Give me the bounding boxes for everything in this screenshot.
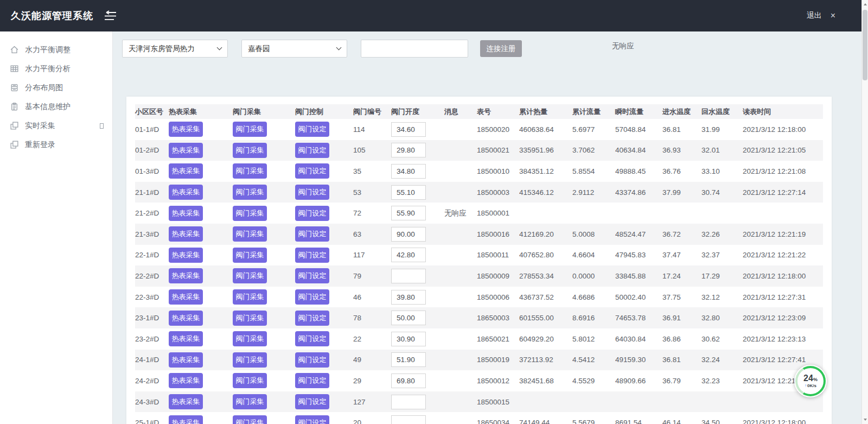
valve-set-button[interactable]: 阀门设定 (295, 143, 329, 158)
heat-collect-button[interactable]: 热表采集 (169, 248, 203, 263)
sidebar-collapse-icon[interactable] (102, 10, 118, 21)
valve-opening-input[interactable] (391, 395, 426, 409)
valve-collect-button[interactable]: 阀门采集 (233, 143, 267, 158)
up-arrow-icon: ↑ (805, 383, 807, 388)
message-cell (444, 140, 477, 161)
valve-collect-button[interactable]: 阀门采集 (233, 248, 267, 263)
valve-set-button[interactable]: 阀门设定 (295, 226, 329, 242)
sidebar-item-label: 水力平衡分析 (25, 64, 71, 74)
total-flow-cell: 5.0008 (572, 224, 615, 245)
valve-collect-button[interactable]: 阀门采集 (233, 226, 267, 242)
valve-collect-button-cell: 阀门采集 (233, 328, 295, 350)
sidebar-item-label: 实时采集 (25, 121, 55, 131)
heat-collect-button[interactable]: 热表采集 (169, 143, 203, 158)
community-select[interactable]: 嘉春园 (241, 40, 347, 58)
valve-set-button[interactable]: 阀门设定 (295, 331, 329, 346)
sidebar: 水力平衡调整 水力平衡分析 分布布局图 基本信息维护 实时采集 重新登录 (0, 31, 113, 424)
valve-set-button[interactable]: 阀门设定 (295, 311, 329, 326)
valve-set-button[interactable]: 阀门设定 (295, 122, 329, 137)
heat-collect-button[interactable]: 热表采集 (169, 331, 203, 346)
valve-opening-input[interactable] (391, 248, 426, 262)
sidebar-item-basic-info-maintenance[interactable]: 基本信息维护 (0, 97, 112, 116)
heat-collect-button[interactable]: 热表采集 (169, 352, 203, 368)
heat-collect-button[interactable]: 热表采集 (169, 122, 203, 137)
instant-flow-cell: 33845.88 (615, 265, 662, 287)
district-id-cell: 22-2#D (135, 265, 169, 287)
sidebar-item-realtime-collection[interactable]: 实时采集 (0, 116, 112, 135)
station-input[interactable] (361, 40, 468, 58)
valve-collect-button[interactable]: 阀门采集 (233, 311, 267, 326)
scrollbar-down-arrow-icon[interactable] (864, 419, 867, 421)
valve-collect-button[interactable]: 阀门采集 (233, 415, 267, 424)
valve-opening-input[interactable] (391, 122, 426, 137)
return-temp-cell: 31.99 (701, 119, 743, 140)
valve-collect-button[interactable]: 阀门采集 (233, 352, 267, 368)
scrollbar-up-arrow-icon[interactable] (864, 3, 867, 5)
sidebar-item-relogin[interactable]: 重新登录 (0, 135, 112, 154)
return-temp-cell: 32.01 (701, 140, 743, 161)
connect-register-button[interactable]: 连接注册 (480, 40, 522, 57)
inlet-temp-cell: 36.76 (662, 161, 701, 182)
valve-set-button[interactable]: 阀门设定 (295, 289, 329, 305)
valve-set-button[interactable]: 阀门设定 (295, 394, 329, 409)
valve-collect-button[interactable]: 阀门采集 (233, 163, 267, 179)
valve-opening-input[interactable] (391, 311, 426, 325)
valve-opening-input[interactable] (391, 185, 426, 200)
valve-set-button[interactable]: 阀门设定 (295, 268, 329, 283)
column-header: 累计流量 (572, 104, 615, 119)
valve-set-button-cell: 阀门设定 (295, 161, 353, 182)
main-content: 天津河东房管局热力 嘉春园 连接注册 无响应 小区区号热表采集阀门采集阀门控制阀… (113, 31, 861, 424)
valve-opening-input[interactable] (391, 332, 426, 346)
scrollbar-thumb[interactable] (863, 10, 867, 80)
heat-collect-button[interactable]: 热表采集 (169, 311, 203, 326)
heat-collect-button[interactable]: 热表采集 (169, 185, 203, 200)
instant-flow-cell (615, 202, 662, 224)
valve-opening-input[interactable] (391, 143, 426, 157)
message-cell (444, 412, 477, 424)
sidebar-item-distribution-map[interactable]: 分布布局图 (0, 78, 112, 97)
heat-collect-button[interactable]: 热表采集 (169, 289, 203, 305)
district-id-cell: 22-1#D (135, 245, 169, 266)
total-flow-cell: 4.5529 (572, 370, 615, 391)
sidebar-item-hydraulic-balance-analysis[interactable]: 水力平衡分析 (0, 59, 112, 78)
valve-set-button[interactable]: 阀门设定 (295, 206, 329, 221)
valve-collect-button[interactable]: 阀门采集 (233, 185, 267, 200)
valve-collect-button[interactable]: 阀门采集 (233, 122, 267, 137)
valve-opening-input[interactable] (391, 415, 426, 424)
valve-opening-input[interactable] (391, 352, 426, 367)
heat-collect-button[interactable]: 热表采集 (169, 394, 203, 409)
valve-opening-input[interactable] (391, 290, 426, 305)
heat-collect-button[interactable]: 热表采集 (169, 373, 203, 388)
valve-collect-button[interactable]: 阀门采集 (233, 268, 267, 283)
valve-collect-button[interactable]: 阀门采集 (233, 331, 267, 346)
company-select[interactable]: 天津河东房管局热力 (122, 40, 228, 58)
valve-collect-button[interactable]: 阀门采集 (233, 394, 267, 409)
valve-collect-button[interactable]: 阀门采集 (233, 373, 267, 388)
valve-set-button[interactable]: 阀门设定 (295, 163, 329, 179)
valve-set-button[interactable]: 阀门设定 (295, 352, 329, 368)
heat-collect-button[interactable]: 热表采集 (169, 226, 203, 242)
valve-opening-input[interactable] (391, 227, 426, 242)
total-flow-cell (572, 391, 615, 413)
heat-collect-button[interactable]: 热表采集 (169, 206, 203, 221)
logout-button[interactable]: 退出 (807, 11, 822, 21)
valve-set-button[interactable]: 阀门设定 (295, 185, 329, 200)
download-speed-widget[interactable]: 24% ↑0K/s (794, 365, 827, 397)
sidebar-item-hydraulic-balance-adjust[interactable]: 水力平衡调整 (0, 40, 112, 59)
valve-opening-input[interactable] (391, 206, 426, 220)
heat-collect-button[interactable]: 热表采集 (169, 268, 203, 283)
valve-collect-button[interactable]: 阀门采集 (233, 206, 267, 221)
valve-opening-input[interactable] (391, 269, 426, 283)
valve-set-button[interactable]: 阀门设定 (295, 248, 329, 263)
heat-collect-button[interactable]: 热表采集 (169, 163, 203, 179)
valve-set-button[interactable]: 阀门设定 (295, 373, 329, 388)
distribution-map-icon (10, 83, 19, 92)
valve-set-button[interactable]: 阀门设定 (295, 415, 329, 424)
close-icon[interactable]: × (831, 11, 835, 20)
heat-collect-button[interactable]: 热表采集 (169, 415, 203, 424)
page-scrollbar[interactable] (861, 0, 868, 424)
valve-opening-input[interactable] (391, 374, 426, 388)
valve-opening-input[interactable] (391, 164, 426, 179)
valve-collect-button[interactable]: 阀门采集 (233, 289, 267, 305)
valve-set-button-cell: 阀门设定 (295, 182, 353, 203)
